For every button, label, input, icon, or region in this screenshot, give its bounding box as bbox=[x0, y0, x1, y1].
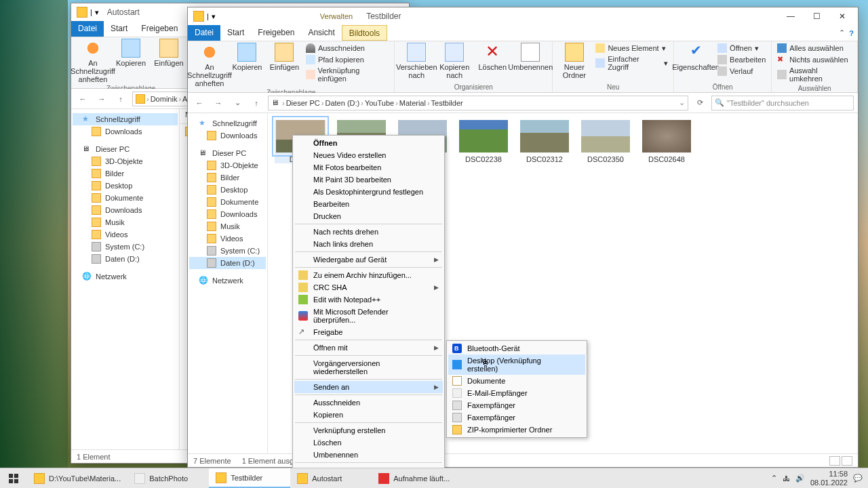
pin-button[interactable]: An Schnellzugriff anheften bbox=[75, 39, 111, 83]
tray-network-icon[interactable]: 🖧 bbox=[783, 474, 790, 483]
taskbar-item[interactable]: BatchPhoto bbox=[127, 468, 209, 488]
copy-button[interactable]: Kopieren bbox=[113, 39, 149, 67]
rename-button[interactable]: Umbenennen bbox=[513, 43, 548, 71]
tab-file[interactable]: Datei bbox=[188, 25, 220, 41]
maximize-button[interactable]: ☐ bbox=[804, 8, 829, 24]
nav-pictures[interactable]: Bilder bbox=[189, 171, 266, 184]
start-button[interactable] bbox=[0, 468, 27, 488]
nav-videos[interactable]: Videos bbox=[73, 228, 178, 241]
nav-back[interactable]: ← bbox=[192, 96, 207, 110]
sub-documents[interactable]: Dokumente bbox=[448, 375, 585, 387]
nav-datad[interactable]: Daten (D:) bbox=[73, 253, 178, 265]
titlebar[interactable]: |▾ Verwalten Testbilder — ☐ ✕ bbox=[188, 7, 858, 25]
qat-dropdown[interactable]: ▾ bbox=[212, 12, 216, 21]
refresh-button[interactable]: ⟳ bbox=[692, 98, 707, 107]
taskbar-item[interactable]: Testbilder bbox=[209, 468, 290, 488]
nav-up[interactable]: ↑ bbox=[249, 96, 264, 110]
nav-downloads2[interactable]: Downloads bbox=[73, 204, 178, 216]
ctx-notepadpp[interactable]: Edit with Notepad++ bbox=[294, 293, 443, 306]
sub-mail[interactable]: E-Mail-Empfänger bbox=[448, 387, 585, 399]
clock[interactable]: 11:58 08.01.2022 bbox=[810, 470, 848, 486]
tab-file[interactable]: Datei bbox=[71, 21, 104, 37]
history-button[interactable]: Verlauf bbox=[716, 66, 767, 77]
sub-fax1[interactable]: Faxempfänger bbox=[448, 399, 585, 411]
file-item[interactable]: DSC02350 bbox=[580, 120, 631, 163]
ctx-cut[interactable]: Ausschneiden bbox=[294, 396, 443, 409]
nav-network[interactable]: Netzwerk bbox=[189, 274, 266, 287]
ctx-playback[interactable]: Wiedergabe auf Gerät▶ bbox=[294, 253, 443, 266]
selectnone-button[interactable]: Nichts auswählen bbox=[776, 54, 853, 65]
taskbar-item[interactable]: Aufnahme läuft... bbox=[372, 468, 456, 488]
paste-button[interactable]: Einfügen bbox=[151, 39, 186, 67]
tab-start[interactable]: Start bbox=[104, 21, 134, 37]
copypath-button[interactable]: Pfad kopieren bbox=[304, 54, 390, 65]
ribbon-collapse[interactable]: ⌃ bbox=[839, 28, 845, 37]
edit-button[interactable]: Bearbeiten bbox=[716, 54, 767, 65]
help-icon[interactable]: ? bbox=[849, 29, 854, 37]
ctx-shortcut[interactable]: Verknüpfung erstellen bbox=[294, 424, 443, 436]
ctx-paint3d[interactable]: Mit Paint 3D bearbeiten bbox=[294, 174, 443, 186]
file-item[interactable]: DSC02238 bbox=[458, 120, 509, 163]
nav-downloads[interactable]: Downloads bbox=[189, 129, 266, 142]
nav-quick-access[interactable]: Schnellzugriff bbox=[73, 113, 178, 125]
nav-music[interactable]: Musik bbox=[189, 220, 266, 232]
moveto-button[interactable]: Verschieben nach bbox=[399, 43, 434, 79]
ctx-prev-versions[interactable]: Vorgängerversionen wiederherstellen bbox=[294, 357, 443, 378]
close-button[interactable]: ✕ bbox=[829, 8, 855, 24]
open-button[interactable]: Öffnen ▾ bbox=[716, 43, 767, 54]
search-input[interactable]: 🔍"Testbilder" durchsuchen bbox=[711, 96, 854, 110]
ctx-rotate-left[interactable]: Nach links drehen bbox=[294, 238, 443, 250]
nav-3d[interactable]: 3D-Objekte bbox=[189, 159, 266, 171]
props-button[interactable]: ✔Eigenschaften bbox=[678, 43, 713, 71]
ctx-archive[interactable]: Zu einem Archiv hinzufügen... bbox=[294, 269, 443, 281]
delete-button[interactable]: ✕Löschen bbox=[475, 43, 510, 71]
copyto-button[interactable]: Kopieren nach bbox=[437, 43, 472, 79]
pin-button[interactable]: An Schnellzugriff anheften bbox=[192, 43, 227, 87]
nav-up[interactable]: ↑ bbox=[113, 92, 128, 106]
tab-view[interactable]: Ansicht bbox=[301, 25, 341, 41]
ctx-defender[interactable]: Mit Microsoft Defender überprüfen... bbox=[294, 306, 443, 326]
ctx-rotate-right[interactable]: Nach rechts drehen bbox=[294, 226, 443, 238]
copy-button[interactable]: Kopieren bbox=[230, 43, 264, 71]
invertsel-button[interactable]: Auswahl umkehren bbox=[776, 66, 853, 83]
view-details-button[interactable] bbox=[829, 456, 840, 466]
ctx-rename[interactable]: Umbenennen bbox=[294, 449, 443, 461]
nav-this-pc[interactable]: Dieser PC bbox=[189, 147, 266, 159]
pastelink-button[interactable]: Verknüpfung einfügen bbox=[304, 66, 390, 83]
notifications-icon[interactable]: 💬 bbox=[853, 474, 863, 483]
tray-volume-icon[interactable]: 🔊 bbox=[795, 474, 805, 483]
nav-fwd[interactable]: → bbox=[94, 92, 109, 106]
newitem-button[interactable]: Neues Element ▾ bbox=[594, 43, 669, 54]
ctx-copy[interactable]: Kopieren bbox=[294, 409, 443, 421]
view-thumbs-button[interactable] bbox=[842, 456, 852, 466]
qat-dropdown[interactable]: ▾ bbox=[95, 8, 99, 17]
nav-desktop[interactable]: Desktop bbox=[189, 184, 266, 196]
ctx-new-video[interactable]: Neues Video erstellen bbox=[294, 149, 443, 161]
tab-start[interactable]: Start bbox=[220, 25, 251, 41]
nav-pictures[interactable]: Bilder bbox=[73, 167, 178, 180]
taskbar-item[interactable]: D:\YouTube\Materia... bbox=[27, 468, 127, 488]
ctx-share[interactable]: Freigabe bbox=[294, 326, 443, 338]
sub-fax2[interactable]: Faxempfänger bbox=[448, 411, 585, 424]
system-tray[interactable]: ⌃ 🖧 🔊 11:58 08.01.2022 💬 bbox=[766, 470, 868, 486]
crumb-dropdown[interactable]: ⌄ bbox=[679, 98, 685, 107]
nav-videos[interactable]: Videos bbox=[189, 232, 266, 245]
tab-pictools[interactable]: Bildtools bbox=[342, 25, 387, 41]
ctx-crc-sha[interactable]: CRC SHA▶ bbox=[294, 281, 443, 293]
ctx-delete[interactable]: Löschen bbox=[294, 436, 443, 449]
nav-recent[interactable]: ⌄ bbox=[230, 96, 245, 110]
nav-back[interactable]: ← bbox=[75, 92, 90, 106]
paste-button[interactable]: Einfügen bbox=[267, 43, 302, 71]
newfolder-button[interactable]: Neuer Ordner bbox=[557, 43, 591, 79]
ctx-set-background[interactable]: Als Desktophintergrund festlegen bbox=[294, 186, 443, 198]
nav-downloads2[interactable]: Downloads bbox=[189, 208, 266, 220]
sub-bluetooth[interactable]: Bluetooth-Gerät bbox=[448, 342, 585, 354]
tab-share[interactable]: Freigeben bbox=[134, 21, 184, 37]
ctx-edit-photos[interactable]: Mit Fotos bearbeiten bbox=[294, 161, 443, 174]
ctx-send-to[interactable]: Senden an▶ bbox=[294, 381, 443, 393]
nav-3d[interactable]: 3D-Objekte bbox=[73, 155, 178, 167]
cut-button[interactable]: Ausschneiden bbox=[304, 43, 390, 54]
ctx-edit[interactable]: Bearbeiten bbox=[294, 198, 443, 210]
sub-zip[interactable]: ZIP-komprimierter Ordner bbox=[448, 424, 585, 436]
nav-quick-access[interactable]: Schnellzugriff bbox=[189, 117, 266, 129]
